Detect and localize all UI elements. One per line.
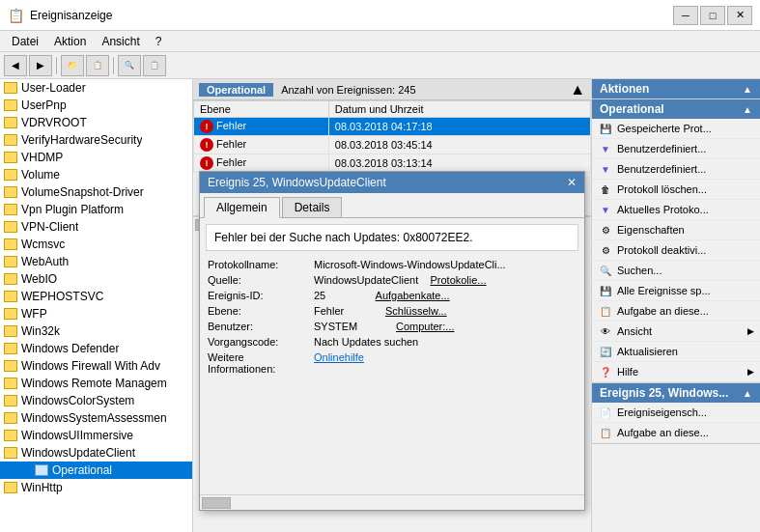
action-ansicht[interactable]: 👁 Ansicht ▶	[592, 322, 760, 342]
event-tabs: Allgemein Details	[200, 193, 584, 218]
tree-item-uiimmersive[interactable]: WindowsUIImmersive	[0, 427, 192, 444]
detail-label: Protokollname:	[208, 259, 314, 270]
tree-item-win32k[interactable]: Win32k	[0, 322, 192, 340]
tree-item-defender[interactable]: Windows Defender	[0, 340, 192, 357]
table-row[interactable]: !Fehler 08.03.2018 03:13:14	[194, 154, 591, 173]
event-details[interactable]: Protokollname: Microsoft-Windows-Windows…	[200, 257, 584, 494]
tree-item-volume[interactable]: Volume	[0, 166, 192, 183]
folder-icon	[4, 378, 17, 389]
tree-container[interactable]: User-Loader UserPnp VDRVROOT VerifyHardw…	[0, 79, 192, 532]
folder-icon	[4, 273, 17, 285]
actions-header-arrow: ▲	[743, 84, 752, 95]
ereignis-section-header[interactable]: Ereignis 25, Windows... ▲	[592, 383, 760, 403]
folder-icon	[4, 169, 17, 181]
task-icon-2: 📋	[598, 425, 613, 440]
tree-item-wfp[interactable]: WFP	[0, 305, 192, 322]
app-icon: 📋	[8, 8, 24, 23]
detail-label: Quelle:	[208, 274, 314, 286]
detail-value: Fehler Schlüsselw...	[314, 305, 577, 317]
tree-item-vpnplugin[interactable]: Vpn Plugin Platform	[0, 201, 192, 218]
action-aktualisieren[interactable]: 🔄 Aktualisieren	[592, 342, 760, 362]
action-submenu-arrow-2: ▶	[747, 367, 754, 377]
action-gespeicherte[interactable]: 💾 Gespeicherte Prot...	[592, 119, 760, 139]
action-ereigniseigensch[interactable]: 📄 Ereigniseigensch...	[592, 403, 760, 423]
tree-item-userpnp[interactable]: UserPnp	[0, 97, 192, 114]
menu-aktion[interactable]: Aktion	[46, 33, 94, 50]
action-label: Aufgabe an diese...	[617, 305, 709, 317]
tree-item-operational[interactable]: Operational	[0, 462, 192, 479]
action-suchen[interactable]: 🔍 Suchen...	[592, 261, 760, 281]
tab-details[interactable]: Details	[282, 197, 343, 217]
tree-item-vhdmp[interactable]: VHDMP	[0, 149, 192, 166]
actions-section-operational: Operational ▲ 💾 Gespeicherte Prot... ▼ B…	[592, 99, 760, 383]
operational-section-header[interactable]: Operational ▲	[592, 99, 760, 119]
tree-item-vdrvroot[interactable]: VDRVROOT	[0, 114, 192, 131]
table-row[interactable]: !Fehler 08.03.2018 04:17:18	[194, 118, 591, 136]
onlinehilfe-link[interactable]: Onlinehilfe	[314, 351, 364, 363]
save-all-icon: 💾	[598, 283, 613, 298]
tree-item-webauth[interactable]: WebAuth	[0, 253, 192, 270]
action-aufgabe-1[interactable]: 📋 Aufgabe an diese...	[592, 301, 760, 322]
ereignis-section-label: Ereignis 25, Windows...	[600, 386, 728, 400]
col-datum: Datum und Uhrzeit	[328, 101, 590, 118]
menu-ansicht[interactable]: Ansicht	[94, 33, 147, 50]
event-props-icon: 📄	[598, 405, 613, 420]
event-error-box: Fehler bei der Suche nach Updates: 0x800…	[206, 224, 578, 251]
tree-item-verifyhardware[interactable]: VerifyHardwareSecurity	[0, 131, 192, 149]
action-benutzerdefiniert-2[interactable]: ▼ Benutzerdefiniert...	[592, 159, 760, 180]
action-benutzerdefiniert-1[interactable]: ▼ Benutzerdefiniert...	[592, 139, 760, 159]
toolbar-forward[interactable]: ▶	[29, 55, 52, 76]
tree-item-wephostsvc[interactable]: WEPHOSTSVC	[0, 288, 192, 305]
action-label: Suchen...	[617, 265, 661, 276]
tree-item-vpnclient[interactable]: VPN-Client	[0, 218, 192, 236]
folder-icon	[4, 134, 17, 146]
tree-item-webio[interactable]: WebIO	[0, 270, 192, 288]
action-protokoll-loeschen[interactable]: 🗑 Protokoll löschen...	[592, 180, 760, 200]
actions-section-ereignis: Ereignis 25, Windows... ▲ 📄 Ereigniseige…	[592, 383, 760, 444]
action-aufgabe-2[interactable]: 📋 Aufgabe an diese...	[592, 423, 760, 443]
tab-allgemein[interactable]: Allgemein	[204, 197, 280, 218]
save-icon: 💾	[598, 121, 613, 136]
search-icon: 🔍	[598, 263, 613, 278]
right-panel: Aktionen ▲ Operational ▲ 💾 Gespeicherte …	[591, 79, 760, 532]
detail-row: Benutzer: SYSTEM Computer:...	[208, 319, 577, 334]
menu-help[interactable]: ?	[148, 33, 170, 50]
event-list-scroll-up[interactable]: ▲	[570, 81, 585, 98]
minimize-button[interactable]: ─	[673, 6, 698, 25]
tree-item-updateclient[interactable]: WindowsUpdateClient	[0, 444, 192, 462]
menu-datei[interactable]: Datei	[4, 33, 46, 50]
toolbar-btn-2[interactable]: 📋	[86, 55, 109, 76]
event-dialog-scrollbar-h[interactable]	[200, 494, 584, 510]
action-alle-ereignisse[interactable]: 💾 Alle Ereignisse sp...	[592, 281, 760, 301]
toolbar-btn-4[interactable]: 📋	[143, 55, 166, 76]
log-icon	[35, 464, 48, 476]
toolbar-btn-1[interactable]: 📁	[61, 55, 84, 76]
maximize-button[interactable]: □	[700, 6, 725, 25]
detail-value: WindowsUpdateClient Protokolie...	[314, 274, 577, 286]
action-hilfe[interactable]: ❓ Hilfe ▶	[592, 362, 760, 382]
tree-item-sysassessment[interactable]: WindowsSystemAssessmen	[0, 409, 192, 427]
detail-value: Nach Updates suchen	[314, 336, 577, 348]
center-panel: Operational Anzahl von Ereignissen: 245 …	[193, 79, 591, 532]
folder-icon	[4, 99, 17, 111]
table-row[interactable]: !Fehler 08.03.2018 03:45:14	[194, 136, 591, 154]
event-list-header: Operational Anzahl von Ereignissen: 245 …	[193, 79, 591, 100]
tree-item-wremote[interactable]: Windows Remote Managem	[0, 375, 192, 392]
tree-item-wcmsvc[interactable]: Wcmsvc	[0, 236, 192, 253]
tree-item-firewall[interactable]: Windows Firewall With Adv	[0, 357, 192, 375]
tree-item-user-loader[interactable]: User-Loader	[0, 79, 192, 97]
tree-item-colorsystem[interactable]: WindowsColorSystem	[0, 392, 192, 409]
action-eigenschaften[interactable]: ⚙ Eigenschaften	[592, 220, 760, 240]
detail-value: 25 Aufgabenkate...	[314, 290, 577, 301]
cell-level: !Fehler	[194, 118, 329, 136]
actions-header[interactable]: Aktionen ▲	[592, 79, 760, 98]
close-button[interactable]: ✕	[727, 6, 752, 25]
event-dialog-close[interactable]: ✕	[567, 176, 577, 189]
action-protokoll-deaktivi[interactable]: ⚙ Protokoll deaktivi...	[592, 240, 760, 261]
tree-item-volumesnapshot[interactable]: VolumeSnapshot-Driver	[0, 183, 192, 201]
action-aktuelles-protokoll[interactable]: ▼ Aktuelles Protoko...	[592, 200, 760, 220]
tree-item-winhttp[interactable]: WinHttp	[0, 479, 192, 496]
toolbar-back[interactable]: ◀	[4, 55, 27, 76]
toolbar-separator-1	[56, 57, 57, 74]
toolbar-btn-3[interactable]: 🔍	[118, 55, 141, 76]
